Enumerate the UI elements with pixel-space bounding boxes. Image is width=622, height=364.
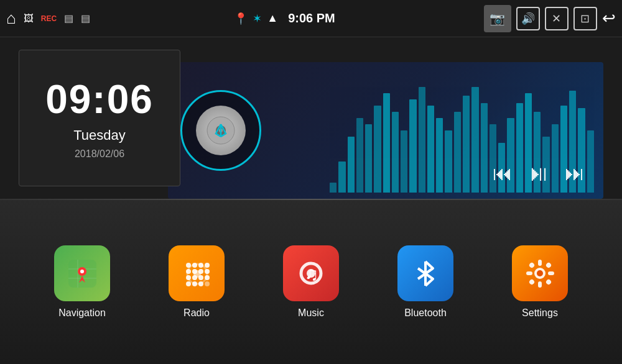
app-settings[interactable]: Settings (512, 245, 568, 319)
volume-button[interactable]: 🔊 (516, 7, 540, 30)
camera-button[interactable]: 📷 (484, 5, 511, 32)
svg-rect-36 (548, 271, 554, 275)
bluetooth-app-icon (397, 245, 453, 301)
svg-point-9 (80, 270, 84, 273)
location-icon: 📍 (234, 12, 248, 25)
bluetooth-label: Bluetooth (404, 307, 447, 319)
back-button[interactable]: ↩ (602, 9, 616, 28)
top-section: 09:06 Tuesday 2018/02/06 (0, 37, 622, 199)
radio-label: Radio (183, 307, 210, 319)
wifi-icon: ▲ (267, 12, 278, 25)
rec-icon: REC (41, 14, 57, 23)
app-navigation[interactable]: Navigation (54, 245, 110, 319)
app-radio[interactable]: Radio (169, 245, 225, 319)
svg-rect-37 (528, 262, 535, 268)
clock-date: 2018/02/06 (75, 148, 124, 160)
svg-rect-33 (538, 260, 542, 266)
screen-button[interactable]: ⊡ (573, 7, 597, 30)
svg-rect-34 (538, 281, 542, 288)
radio-icon (169, 245, 225, 301)
svg-rect-38 (545, 262, 552, 268)
music-label: Music (298, 307, 324, 319)
sim1-icon: ▤ (64, 12, 73, 24)
status-right-icons: 📷 🔊 ✕ ⊡ ↩ (484, 5, 616, 32)
status-bar: ⌂ 🖼 REC ▤ ▤ 📍 ✶ ▲ 9:06 PM 📷 🔊 ✕ ⊡ ↩ (0, 0, 622, 37)
fast-forward-button[interactable]: ⏭ (565, 162, 585, 185)
home-icon[interactable]: ⌂ (6, 9, 16, 28)
svg-point-32 (537, 270, 543, 276)
album-art-inner (196, 106, 246, 155)
bluetooth-album-art (180, 90, 261, 171)
app-grid: Navigation (0, 200, 622, 364)
clock-day: Tuesday (73, 127, 126, 143)
svg-point-25 (205, 281, 210, 286)
close-button[interactable]: ✕ (545, 7, 569, 30)
svg-rect-40 (545, 278, 552, 285)
sim2-icon: ▤ (81, 12, 90, 24)
play-pause-button[interactable]: ⏯ (527, 160, 550, 186)
media-player[interactable]: ⏮ ⏯ ⏭ (168, 62, 603, 199)
svg-text:♫: ♫ (305, 263, 319, 284)
gallery-icon[interactable]: 🖼 (24, 13, 34, 24)
app-bluetooth[interactable]: Bluetooth (397, 245, 453, 319)
status-left-icons: ⌂ 🖼 REC ▤ ▤ (6, 9, 90, 28)
bluetooth-status-icon: ✶ (253, 12, 262, 25)
status-time: 9:06 PM (288, 11, 335, 25)
clock-widget: 09:06 Tuesday 2018/02/06 (19, 50, 180, 186)
music-icon: ♫ (283, 245, 339, 301)
main-content: 09:06 Tuesday 2018/02/06 (0, 37, 622, 364)
rewind-button[interactable]: ⏮ (493, 162, 513, 185)
clock-time: 09:06 (45, 76, 154, 122)
settings-icon (512, 245, 568, 301)
bluetooth-play-icon (205, 115, 236, 146)
navigation-icon (54, 245, 110, 301)
app-music[interactable]: ♫ Music (283, 245, 339, 319)
navigation-label: Navigation (58, 307, 106, 319)
status-center: 📍 ✶ ▲ 9:06 PM (234, 11, 340, 25)
svg-rect-39 (528, 278, 535, 285)
svg-rect-35 (526, 271, 532, 275)
svg-point-27 (193, 270, 201, 278)
settings-label: Settings (522, 307, 558, 319)
media-controls: ⏮ ⏯ ⏭ (493, 160, 585, 186)
